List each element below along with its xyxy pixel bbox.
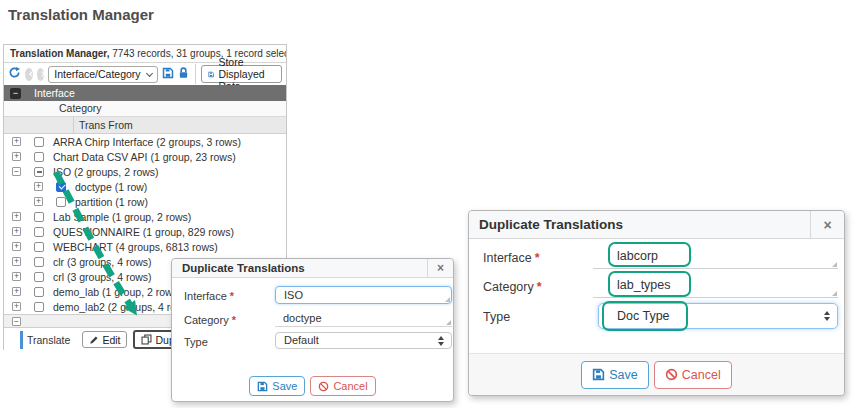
- summary-title: Translation Manager,: [10, 48, 109, 59]
- type-select[interactable]: Default: [275, 332, 452, 349]
- save-layout-icon[interactable]: [162, 65, 174, 83]
- expand-icon[interactable]: +: [12, 257, 21, 266]
- required-asterisk: *: [230, 290, 234, 302]
- row-checkbox[interactable]: [34, 152, 44, 162]
- tree-row-label[interactable]: clr (3 groups, 4 rows): [53, 256, 152, 268]
- duplicate-dialog-small: Duplicate Translations × Interface* ISO …: [171, 258, 454, 402]
- column-header-transfrom[interactable]: Trans From: [4, 117, 286, 134]
- row-checkbox[interactable]: [34, 227, 44, 237]
- close-icon[interactable]: ×: [427, 259, 453, 277]
- label-text: Type: [483, 310, 510, 324]
- interface-header-label: Interface: [34, 87, 75, 99]
- required-asterisk: *: [232, 314, 236, 326]
- resize-handle-icon[interactable]: [832, 291, 837, 296]
- tree-row: + ARRA Chirp Interface (2 groups, 3 rows…: [4, 134, 286, 149]
- column-header-category[interactable]: Category: [4, 101, 286, 117]
- save-button-label: Save: [609, 368, 638, 382]
- type-select[interactable]: Doc Type: [598, 303, 838, 329]
- expand-icon[interactable]: +: [12, 212, 21, 221]
- collapse-icon[interactable]: −: [12, 167, 21, 176]
- interface-input[interactable]: ISO: [275, 286, 452, 304]
- label-text: Interface: [483, 251, 532, 265]
- cancel-button[interactable]: Cancel: [310, 376, 375, 396]
- select-arrows-icon: [824, 311, 830, 321]
- row-checkbox[interactable]: [34, 212, 44, 222]
- category-input[interactable]: doctype: [275, 311, 452, 327]
- tree-row-label[interactable]: QUESTIONNAIRE (1 group, 829 rows): [53, 226, 234, 238]
- dialog-title: Duplicate Translations: [172, 262, 427, 274]
- tree-row-label[interactable]: ISO (2 groups, 2 rows): [53, 166, 159, 178]
- previous-button[interactable]: [25, 68, 33, 81]
- expand-icon[interactable]: +: [12, 227, 21, 236]
- field-label-type: Type: [483, 310, 510, 324]
- view-mode-select[interactable]: Interface/Category: [48, 66, 157, 83]
- pencil-icon: [89, 335, 99, 345]
- row-checkbox-checked[interactable]: [56, 182, 66, 192]
- tree-row: + Lab Sample (1 group, 2 rows): [4, 209, 286, 224]
- save-button[interactable]: Save: [249, 376, 305, 396]
- row-checkbox-indeterminate[interactable]: [34, 167, 44, 177]
- tree-row-label[interactable]: WEBCHART (4 groups, 6813 rows): [53, 241, 218, 253]
- edit-button[interactable]: Edit: [82, 331, 127, 348]
- label-text: Category: [184, 314, 229, 326]
- tree-row-label[interactable]: demo_lab (1 group, 2 rows): [53, 286, 181, 298]
- expand-icon[interactable]: +: [12, 152, 21, 161]
- collapse-all-icon[interactable]: −: [10, 88, 21, 99]
- row-checkbox[interactable]: [34, 272, 44, 282]
- dialog-footer: Save Cancel: [469, 353, 844, 395]
- store-displayed-data-button[interactable]: Store Displayed Data: [201, 65, 282, 83]
- tree-row: + Chart Data CSV API (1 group, 23 rows): [4, 149, 286, 164]
- close-icon[interactable]: ×: [810, 211, 844, 238]
- row-checkbox[interactable]: [34, 137, 44, 147]
- page-title: Translation Manager: [8, 6, 154, 23]
- row-checkbox[interactable]: [56, 197, 66, 207]
- column-header-interface[interactable]: − Interface: [4, 85, 286, 101]
- header-spacer-cell: [4, 117, 74, 133]
- cancel-icon: [665, 368, 678, 381]
- collapse-icon[interactable]: −: [12, 317, 21, 326]
- row-checkbox[interactable]: [34, 302, 44, 312]
- translate-button[interactable]: Translate: [27, 334, 70, 346]
- expand-icon[interactable]: +: [34, 182, 43, 191]
- resize-handle-icon[interactable]: [832, 262, 837, 267]
- tree-row: + doctype (1 row): [4, 179, 286, 194]
- cancel-button[interactable]: Cancel: [654, 361, 732, 389]
- cancel-icon: [318, 381, 329, 392]
- tree-row-label[interactable]: Chart Data CSV API (1 group, 23 rows): [53, 151, 236, 163]
- expand-icon[interactable]: +: [12, 302, 21, 311]
- select-arrows-icon: [438, 336, 444, 346]
- duplicate-dialog-large: Duplicate Translations × Interface* labc…: [468, 210, 845, 396]
- field-label-category: Category*: [483, 280, 542, 294]
- chevron-down-icon: [146, 69, 153, 76]
- expand-icon[interactable]: +: [12, 137, 21, 146]
- tree-row-label[interactable]: Lab Sample (1 group, 2 rows): [53, 211, 191, 223]
- save-button[interactable]: Save: [581, 361, 649, 389]
- tree-row-label[interactable]: partition (1 row): [75, 196, 148, 208]
- expand-icon[interactable]: +: [34, 197, 43, 206]
- expand-icon[interactable]: +: [12, 242, 21, 251]
- expand-icon[interactable]: +: [12, 272, 21, 281]
- action-bar-accent: [20, 331, 23, 349]
- row-checkbox[interactable]: [34, 242, 44, 252]
- row-checkbox[interactable]: [34, 257, 44, 267]
- tree-row: + WEBCHART (4 groups, 6813 rows): [4, 239, 286, 254]
- field-label-interface: Interface*: [483, 251, 540, 265]
- interface-input[interactable]: labcorp: [593, 245, 838, 269]
- next-button[interactable]: [37, 68, 45, 81]
- tree-row-label[interactable]: doctype (1 row): [75, 181, 147, 193]
- resize-handle-icon[interactable]: [446, 320, 451, 325]
- expand-icon[interactable]: +: [12, 287, 21, 296]
- copy-icon: [141, 334, 152, 345]
- tree-row: − ISO (2 groups, 2 rows): [4, 164, 286, 179]
- toolbar: Interface/Category Store Displayed Data: [4, 63, 286, 85]
- tree-row-label[interactable]: ARRA Chirp Interface (2 groups, 3 rows): [53, 136, 241, 148]
- row-checkbox[interactable]: [34, 287, 44, 297]
- interface-input-value: ISO: [284, 289, 303, 301]
- refresh-icon[interactable]: [8, 65, 21, 83]
- lock-icon[interactable]: [178, 65, 189, 83]
- resize-handle-icon[interactable]: [445, 297, 450, 302]
- view-mode-value: Interface/Category: [54, 68, 140, 80]
- category-input[interactable]: lab_types: [593, 274, 838, 298]
- floppy-icon: [592, 368, 605, 381]
- tree-row-label[interactable]: crl (3 groups, 4 rows): [53, 271, 152, 283]
